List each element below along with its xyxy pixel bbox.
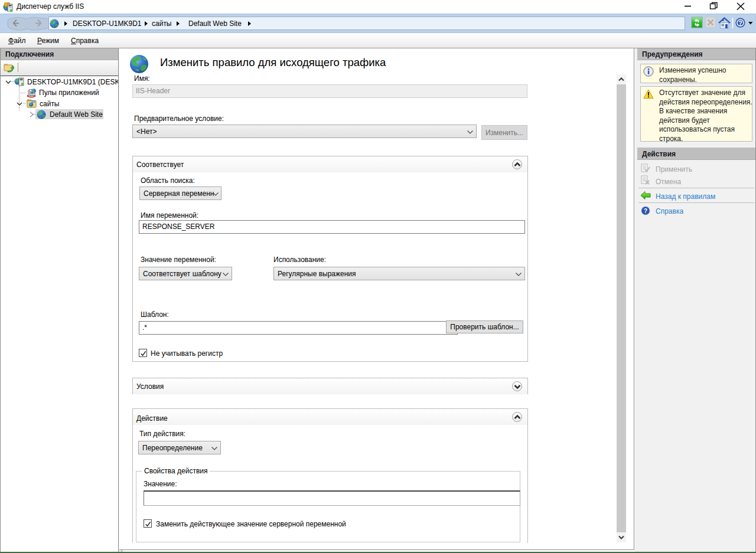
svg-text:?: ? <box>738 19 742 27</box>
svg-text:?: ? <box>644 208 647 214</box>
